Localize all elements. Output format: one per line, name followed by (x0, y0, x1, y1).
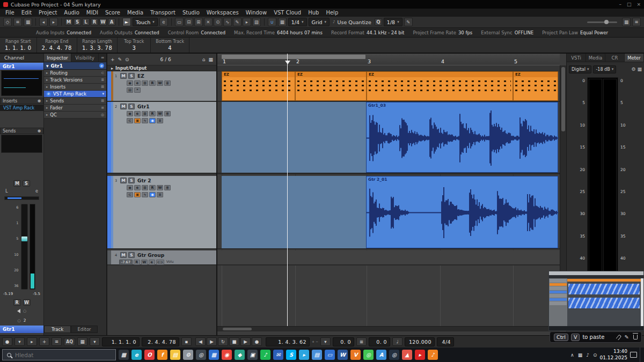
track-row-gtr1[interactable]: 2 M S Gtr1 ◉e⊞RW≣ ⊂▣∿◉≡ (107, 102, 216, 174)
inspector-section-fader[interactable]: ▸ Fader≡ (44, 105, 106, 112)
inspector-section-routing[interactable]: ▸ Routing⊂ (44, 70, 106, 77)
add-track-button[interactable]: + (111, 57, 115, 62)
taskbar-app-icon[interactable]: ◎ (196, 350, 206, 360)
taskbar-app-icon[interactable]: ✉ (273, 350, 283, 360)
show-desktop-strip[interactable] (640, 348, 642, 362)
taskbar-app-icon[interactable]: ⚙ (183, 350, 193, 360)
automation-button[interactable]: R (91, 18, 98, 26)
track-control-icon[interactable]: ∿ (142, 192, 148, 197)
status-item[interactable]: Control RoomConnected (168, 30, 225, 35)
menu-item[interactable]: Media (127, 10, 143, 16)
inspector-section-track-versions[interactable]: ▸ Track Versions≣ (44, 77, 106, 84)
taskbar-app-icon[interactable]: ▤ (312, 350, 322, 360)
tab-inspector[interactable]: Inspector (44, 54, 71, 62)
menu-item[interactable]: File (5, 10, 14, 16)
metronome-icon[interactable]: ♩ (392, 337, 402, 346)
track-arm-strip[interactable] (107, 71, 111, 101)
track-control-icon[interactable]: ◉ (127, 111, 133, 116)
track-control-icon[interactable]: R (149, 185, 156, 190)
fader-cap[interactable] (21, 237, 27, 241)
tab-meter[interactable]: Meter (625, 54, 644, 62)
pre-roll-display[interactable]: 0. 0 (333, 337, 354, 346)
track-control-icon[interactable]: ⊂ (127, 118, 133, 123)
taskbar-search[interactable] (2, 349, 116, 360)
midi-event-ez[interactable]: EZ (367, 71, 513, 101)
track-control-icon[interactable]: ◉ (127, 80, 133, 86)
taskbar-app-icon[interactable]: ◎ (389, 350, 399, 360)
track-control-icon[interactable]: ≡ (157, 118, 163, 123)
status-item[interactable]: Audio OutputsConnected (100, 30, 159, 35)
edit-plugin-icon[interactable]: e (46, 92, 51, 97)
track-control-icon[interactable]: ▤ (127, 87, 133, 93)
tool-button[interactable]: ✕ (204, 18, 213, 26)
range-field[interactable]: Range Length 1. 3. 3. 78 (77, 38, 118, 53)
grid-icon[interactable]: ▦ (208, 57, 213, 62)
taskbar-app-icon[interactable]: f (157, 350, 167, 360)
track-control-icon[interactable]: ≣ (164, 111, 171, 116)
taskbar-app-icon[interactable]: e (131, 350, 142, 360)
track-control-icon[interactable]: R (149, 111, 156, 116)
taskbar-app-icon[interactable]: ◆ (235, 350, 245, 360)
inspector-insert-vst-amp-rack[interactable]: e VST Amp Rack▾ (44, 91, 106, 98)
go-to-next-marker-button[interactable]: ▶ (207, 337, 217, 346)
track-control-icon[interactable]: ≣ (164, 80, 171, 86)
track-control-icon[interactable]: e (134, 80, 141, 86)
chevron-down-icon[interactable]: ▾ (320, 337, 331, 346)
channel-curve-display[interactable] (1, 70, 42, 96)
chevron-down-icon[interactable]: ▾ (14, 337, 25, 346)
toolbar-menu-icon[interactable]: ≡ (13, 18, 22, 26)
home-icon[interactable]: ⌂ (202, 57, 206, 62)
gear-icon[interactable]: ⚙ (631, 67, 635, 72)
status-item[interactable]: Project Pan LawEqual Power (542, 30, 608, 35)
menu-item[interactable]: Score (105, 10, 120, 16)
taskbar-app-icon[interactable]: ▲ (402, 350, 412, 360)
tray-icon[interactable]: ▦ (578, 352, 583, 358)
write-button[interactable]: W (141, 260, 148, 265)
menu-item[interactable]: Help (326, 10, 338, 16)
menu-item[interactable]: Edit (21, 10, 32, 16)
track-control-icon[interactable]: ◉ (149, 118, 156, 123)
solo-button[interactable]: S (128, 73, 135, 79)
inspector-menu-icon[interactable]: ≡ (99, 54, 106, 62)
taskbar-app-icon[interactable]: ▦ (119, 350, 129, 360)
timeline-ruler[interactable]: 1 2 3 4 5 (217, 54, 560, 65)
window-zones-icon[interactable]: ▦ (24, 18, 32, 26)
inspector-section-sends[interactable]: ▸ Sends⊞ (44, 98, 106, 105)
track-arm-strip[interactable] (107, 176, 111, 248)
menu-item[interactable]: VST Cloud (274, 10, 301, 16)
track-control-icon[interactable]: W (157, 80, 163, 86)
routing-icon[interactable]: ⊂⊃ (156, 260, 164, 265)
menu-item[interactable]: Audio (64, 10, 79, 16)
menu-item[interactable]: Hub (308, 10, 319, 16)
meter-db-select[interactable]: -18 dB ▾ (593, 65, 616, 73)
track-control-icon[interactable]: e (134, 185, 141, 190)
mute-button[interactable]: M (120, 252, 127, 258)
project-setup-icon[interactable]: ◇ (3, 18, 12, 26)
taskbar-app-icon[interactable]: ◉ (222, 350, 232, 360)
inspector-section-inserts[interactable]: ▸ Inserts⊞ (44, 84, 106, 91)
transport-menu-icon[interactable]: ≡ (52, 337, 62, 346)
tray-icon[interactable]: ⊙ (593, 352, 597, 358)
read-button[interactable]: R (134, 260, 140, 265)
position-nudge[interactable]: + − (312, 340, 318, 343)
track-control-icon[interactable]: ⊞ (142, 185, 148, 190)
tempo-display[interactable]: 120.000 (405, 337, 435, 346)
channel-read-button[interactable]: R (13, 299, 21, 306)
right-locator-display[interactable]: 2. 4. 4. 78 (142, 337, 179, 346)
setup-window-icon[interactable]: ≡ (632, 18, 641, 26)
lock-icon[interactable]: ▪ (181, 337, 192, 346)
menu-item[interactable]: Workspaces (207, 10, 239, 16)
paperclip-icon[interactable] (616, 334, 621, 341)
taskbar-app-icon[interactable]: O (144, 350, 155, 360)
inspector-section-qc[interactable]: ▸ QC◎ (44, 112, 106, 119)
position-display[interactable]: 1. 4. 3. 62 (266, 337, 310, 346)
automation-button[interactable]: A (108, 18, 115, 26)
edit-channel-icon[interactable]: e (99, 63, 104, 68)
fader-value[interactable]: -5.19 (3, 292, 13, 296)
channel-sends-header[interactable]: Sends● (0, 128, 43, 134)
status-item[interactable]: Audio InputsConnected (36, 30, 91, 35)
range-field[interactable]: Bottom Track 4 (151, 38, 189, 53)
time-signature-display[interactable]: 4/4 (437, 337, 454, 346)
automation-button[interactable]: S (74, 18, 81, 26)
menu-item[interactable]: Window (246, 10, 267, 16)
